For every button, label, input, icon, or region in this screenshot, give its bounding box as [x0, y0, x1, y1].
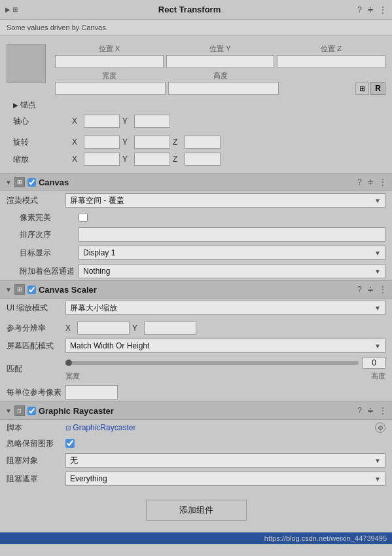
script-row: 脚本 ⊡ GraphicRaycaster ⚙ — [0, 420, 392, 436]
sort-order-row: 排序次序 0 — [0, 225, 392, 244]
height-label: 高度 — [166, 71, 275, 81]
canvas-more-icon[interactable]: ⋮ — [379, 177, 387, 187]
pivot-x-input[interactable]: 0.5 — [84, 115, 120, 128]
ignore-reversed-label: 忽略保留图形 — [7, 438, 65, 449]
pixels-per-unit-input[interactable]: 100 — [65, 385, 118, 399]
graphic-raycaster-settings-icon[interactable]: ≑ — [367, 406, 374, 415]
match-value: 0 宽度 高度 — [65, 357, 385, 381]
canvas-settings-icon[interactable]: ≑ — [367, 177, 374, 187]
scale-z-input[interactable]: 1 — [185, 153, 221, 166]
footer-url: https://blog.csdn.net/weixin_44739495 — [264, 534, 387, 542]
blocking-objects-dropdown[interactable]: 无 ▼ — [65, 453, 385, 468]
settings-icon[interactable]: ≑ — [367, 5, 374, 14]
pos-y-input[interactable]: 960 — [166, 55, 275, 68]
additional-channel-dropdown[interactable]: Nothing ▼ — [79, 264, 385, 278]
graphic-raycaster-title: Graphic Raycaster — [39, 406, 357, 416]
ref-resolution-value: X 1080 Y 1920 — [65, 322, 385, 335]
canvas-scaler-content: UI 缩放模式 屏幕大小缩放 ▼ 参考分辨率 X 1080 Y 1920 屏幕匹… — [0, 299, 392, 401]
target-display-value: Display 1 ▼ — [79, 246, 385, 260]
graphic-raycaster-enabled-checkbox[interactable] — [27, 407, 36, 415]
script-link[interactable]: ⊡ GraphicRaycaster — [65, 423, 135, 432]
graphic-raycaster-help-icon[interactable]: ? — [357, 406, 362, 415]
pivot-value: X 0.5 Y 0.5 — [72, 115, 379, 128]
width-label: 宽度 — [55, 71, 164, 81]
canvas-help-icon[interactable]: ? — [357, 177, 362, 187]
screen-match-mode-label: 屏幕匹配模式 — [7, 341, 65, 352]
rect-thumbnail — [7, 44, 46, 83]
blocking-objects-row: 阻塞对象 无 ▼ — [0, 451, 392, 470]
screen-match-mode-dropdown[interactable]: Match Width Or Height ▼ — [65, 339, 385, 353]
match-slider-value: 0 — [363, 357, 385, 369]
notice-text: Some values driven by Canvas. — [7, 24, 108, 31]
rot-z-input[interactable]: 0 — [185, 136, 221, 149]
canvas-scaler-help-icon[interactable]: ? — [357, 285, 362, 294]
canvas-scaler-component-icon: ⊞ — [14, 284, 25, 295]
pos-x-input[interactable]: 540 — [55, 55, 164, 68]
help-icon[interactable]: ? — [357, 5, 362, 14]
ui-scale-mode-dropdown[interactable]: 屏幕大小缩放 ▼ — [65, 301, 385, 315]
pixel-perfect-checkbox[interactable] — [79, 213, 88, 222]
graphic-raycaster-more-icon[interactable]: ⋮ — [379, 406, 387, 415]
pixels-per-unit-value: 100 — [65, 385, 385, 399]
sort-order-input[interactable]: 0 — [79, 227, 385, 242]
scale-y-input[interactable]: 1 — [134, 153, 170, 166]
add-component-button[interactable]: 添加组件 — [146, 500, 247, 521]
height-input[interactable]: 1920 — [168, 82, 279, 95]
blocking-mask-dropdown[interactable]: Everything ▼ — [65, 472, 385, 486]
screen-match-mode-value: Match Width Or Height ▼ — [65, 339, 385, 353]
canvas-scaler-settings-icon[interactable]: ≑ — [367, 285, 374, 294]
graphic-raycaster-section-header: ▼ ⊡ Graphic Raycaster ? ≑ ⋮ — [0, 401, 392, 420]
rotation-row: 旋转 X 0 Y 0 Z 0 — [7, 134, 385, 151]
ref-y-input[interactable]: 1920 — [144, 322, 196, 335]
ui-scale-mode-value: 屏幕大小缩放 ▼ — [65, 301, 385, 315]
match-slider-thumb[interactable] — [65, 360, 72, 366]
ignore-reversed-row: 忽略保留图形 — [0, 436, 392, 451]
rot-y-input[interactable]: 0 — [134, 136, 170, 149]
canvas-header-actions: ? ≑ ⋮ — [357, 177, 387, 187]
ui-scale-mode-arrow-icon: ▼ — [374, 305, 381, 312]
rot-x-input[interactable]: 0 — [84, 136, 120, 149]
canvas-content: 渲染模式 屏幕空间 - 覆盖 ▼ 像素完美 排序次序 0 目标显示 — [0, 191, 392, 280]
canvas-scaler-more-icon[interactable]: ⋮ — [379, 285, 387, 294]
canvas-section-header: ▼ ⊞ Canvas ? ≑ ⋮ — [0, 173, 392, 191]
panel-title: Rect Transform — [22, 5, 358, 14]
canvas-enabled-checkbox[interactable] — [27, 178, 36, 187]
anchor-icon-btn[interactable]: ⊞ — [355, 83, 369, 95]
target-display-dropdown[interactable]: Display 1 ▼ — [79, 246, 385, 260]
match-slider-labels: 宽度 高度 — [65, 371, 385, 381]
additional-channel-label: 附加着色器通道 — [20, 266, 79, 277]
pivot-y-input[interactable]: 0.5 — [134, 115, 170, 128]
match-width-label: 宽度 — [65, 371, 80, 381]
more-icon[interactable]: ⋮ — [379, 5, 387, 14]
blocking-objects-value: 无 ▼ — [65, 453, 385, 468]
anchor-label: ▶ 锚点 — [13, 100, 72, 111]
canvas-component-icon: ⊞ — [14, 177, 25, 187]
pixels-per-unit-label: 每单位参考像素 — [7, 387, 65, 398]
render-mode-dropdown[interactable]: 屏幕空间 - 覆盖 ▼ — [65, 193, 385, 208]
reset-btn[interactable]: R — [370, 82, 385, 95]
graphic-raycaster-collapse-icon[interactable]: ▼ — [5, 407, 12, 415]
script-settings-icon[interactable]: ⚙ — [375, 422, 385, 433]
canvas-scaler-enabled-checkbox[interactable] — [27, 286, 36, 294]
screen-match-mode-arrow-icon: ▼ — [374, 343, 381, 350]
additional-channel-arrow-icon: ▼ — [374, 268, 381, 275]
scale-x-input[interactable]: 1 — [84, 153, 120, 166]
blocking-mask-arrow-icon: ▼ — [374, 475, 381, 483]
sort-order-label: 排序次序 — [20, 229, 79, 240]
canvas-collapse-icon[interactable]: ▼ — [5, 179, 12, 186]
width-input[interactable]: 1080 — [55, 82, 166, 95]
scale-value: X 1 Y 1 Z 1 — [72, 153, 379, 166]
additional-channel-row: 附加着色器通道 Nothing ▼ — [0, 262, 392, 280]
expand-icon[interactable]: ▶ ⊞ — [5, 6, 18, 13]
pixels-per-unit-row: 每单位参考像素 100 — [0, 383, 392, 401]
pos-z-input[interactable]: 0 — [277, 55, 385, 68]
pos-z-label: 位置 Z — [277, 44, 385, 54]
pixel-perfect-label: 像素完美 — [20, 212, 79, 223]
ref-resolution-label: 参考分辨率 — [7, 323, 65, 334]
ref-x-input[interactable]: 1080 — [77, 322, 130, 335]
ignore-reversed-checkbox[interactable] — [65, 439, 75, 448]
blocking-mask-row: 阻塞遮罩 Everything ▼ — [0, 470, 392, 488]
canvas-scaler-collapse-icon[interactable]: ▼ — [5, 286, 12, 293]
scale-y-label: Y — [122, 155, 132, 164]
match-slider-track[interactable] — [65, 361, 359, 365]
